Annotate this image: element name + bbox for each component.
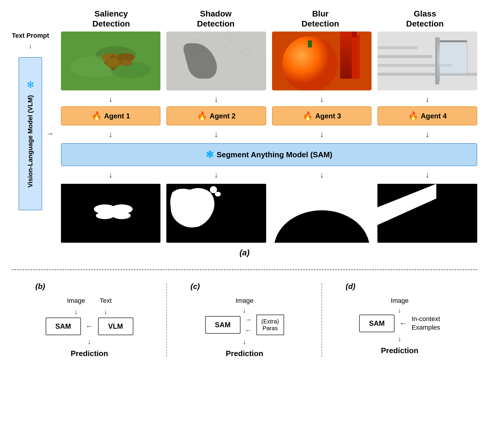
glass-image: [377, 32, 477, 90]
sam-row: ✻ Segment Anything Model (SAM): [61, 143, 477, 166]
agent-2-label: Agent 2: [210, 112, 236, 120]
vlm-box: ✻ Vision-Language Model (VLM) →: [19, 57, 42, 210]
arrow-3-4: ↓: [425, 171, 430, 179]
svg-rect-21: [377, 55, 432, 58]
agent-2-box: 🔥 Agent 2: [166, 106, 266, 125]
svg-point-34: [215, 192, 221, 196]
arrows-row-2: ↓ ↓ ↓ ↓: [61, 128, 477, 140]
diagram-d-sam-box: SAM: [359, 315, 394, 332]
header-shadow: Shadow Detection: [163, 9, 268, 29]
svg-rect-9: [166, 32, 266, 90]
panel-c: (c) Image ↓ SAM → ← (Extra) Paras ↓ Pred…: [167, 279, 322, 361]
diagram-b-text-label: Text: [100, 297, 112, 305]
arrow-1-1: ↓: [109, 95, 113, 103]
panel-d: (d) Image ↓ SAM ← In-context Examples ↓ …: [322, 279, 477, 361]
svg-rect-16: [342, 34, 360, 79]
agent-4-label: Agent 4: [421, 112, 447, 120]
section-divider: [12, 269, 477, 270]
diagram-b-prediction: Prediction: [71, 349, 108, 358]
header-saliency: Saliency Detection: [59, 9, 163, 29]
diagram-b-arrow-text: ↓: [104, 308, 107, 316]
mask-blur-col: [272, 184, 372, 243]
mask-blur: [272, 184, 372, 243]
arrow-1-4: ↓: [425, 95, 430, 103]
diagram-b-arrow-pred: ↓: [88, 338, 91, 346]
glass-col: [377, 32, 477, 90]
agent-1-emoji: 🔥: [92, 111, 102, 121]
diagram-c-arrow-pred: ↓: [243, 338, 246, 346]
diagram-c-image-label: Image: [236, 297, 253, 305]
panel-b-text-col: Text ↓: [100, 297, 112, 316]
vlm-to-sam-arrow: →: [46, 129, 54, 138]
mask-glass-svg: [377, 184, 477, 243]
sam-star-icon: ✻: [206, 149, 214, 160]
mask-saliency-col: [61, 184, 161, 243]
arrow-1-2: ↓: [214, 95, 218, 103]
diagram-d-prediction: Prediction: [381, 346, 418, 355]
blur-svg: [272, 32, 372, 90]
arrow-2-4: ↓: [425, 130, 430, 138]
agent-4-box: 🔥 Agent 4: [377, 106, 477, 125]
agent-3-label: Agent 3: [315, 112, 341, 120]
arrow-3-1: ↓: [109, 171, 113, 179]
shadow-svg: [166, 32, 266, 90]
saliency-svg: [61, 32, 161, 90]
arrow-3-3: ↓: [320, 171, 324, 179]
saliency-image: [61, 32, 161, 90]
mask-shadow-svg: [166, 184, 266, 243]
label-d: (d): [346, 282, 355, 291]
diagram-c-right-arrow: →: [245, 315, 252, 324]
text-prompt-label: Text Prompt: [12, 32, 49, 40]
arrow-1-3: ↓: [320, 95, 324, 103]
diagram-c-sam-box: SAM: [205, 316, 241, 334]
panel-b-boxes: SAM ← VLM: [18, 318, 161, 335]
masks-row: [61, 184, 477, 243]
sam-box: ✻ Segment Anything Model (SAM): [61, 143, 477, 166]
diagram-b-vlm-box: VLM: [98, 318, 133, 335]
mask-shadow-col: [166, 184, 266, 243]
label-b: (b): [35, 282, 45, 291]
vlm-section: Text Prompt ↓ ✻ Vision-Language Model (V…: [12, 32, 49, 210]
svg-point-2: [71, 56, 121, 77]
diagram-d-arrow-pred: ↓: [398, 335, 402, 343]
svg-rect-23: [435, 37, 440, 85]
mask-saliency: [61, 184, 161, 243]
agents-row: 🔥 Agent 1 🔥 Agent 2 🔥 Agent 3 🔥 Agent 4: [61, 106, 477, 125]
agent-1-label: Agent 1: [104, 112, 130, 120]
sam-label: Segment Anything Model (SAM): [217, 150, 332, 159]
diagram-b: Image ↓ Text ↓ SAM ← VLM ↓ Prediction: [18, 297, 161, 358]
agent-1-box: 🔥 Agent 1: [61, 106, 161, 125]
svg-rect-22: [377, 46, 417, 49]
header-blur: Blur Detection: [268, 9, 373, 29]
saliency-col: [61, 32, 161, 90]
svg-point-8: [119, 60, 132, 66]
panel-b-top: Image ↓ Text ↓: [18, 297, 161, 316]
mask-glass: [377, 184, 477, 243]
bottom-section: (b) Image ↓ Text ↓ SAM ← VLM ↓ Pr: [0, 273, 489, 370]
panel-b: (b) Image ↓ Text ↓ SAM ← VLM ↓ Pr: [12, 279, 167, 361]
arrow-2-1: ↓: [109, 130, 113, 138]
mask-blur-svg: [272, 184, 372, 243]
diagram-d-left-arrow: ←: [399, 319, 407, 328]
diagram-b-left-arrow: ←: [85, 322, 94, 331]
top-section: Saliency Detection Shadow Detection Blur…: [0, 0, 489, 266]
agent-3-box: 🔥 Agent 3: [272, 106, 372, 125]
diagram-b-arrow-image: ↓: [74, 308, 78, 316]
vlm-star-icon: ✻: [27, 80, 34, 90]
diagram-c-left-arrow: ←: [245, 326, 252, 334]
arrows-row-1: ↓ ↓ ↓ ↓: [61, 93, 477, 105]
panel-b-image-col: Image ↓: [67, 297, 85, 316]
svg-point-33: [210, 186, 217, 193]
header-glass: Glass Detection: [373, 9, 477, 29]
shadow-col: [166, 32, 266, 90]
svg-point-30: [96, 212, 114, 219]
svg-rect-24: [437, 40, 468, 42]
shadow-image: [166, 32, 266, 90]
diagram-d-image-label: Image: [391, 297, 409, 305]
text-prompt-arrow: ↓: [29, 42, 32, 50]
mask-glass-col: [377, 184, 477, 243]
svg-point-7: [104, 60, 117, 66]
arrow-3-2: ↓: [214, 171, 218, 179]
mask-saliency-svg: [61, 184, 161, 243]
diagram-d: Image ↓ SAM ← In-context Examples ↓ Pred…: [328, 297, 471, 355]
